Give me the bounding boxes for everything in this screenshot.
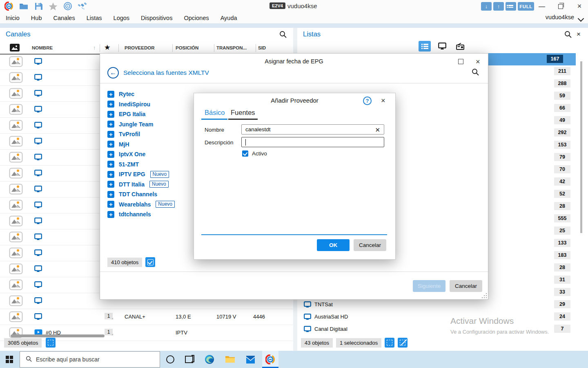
favorites-star-icon[interactable]	[48, 1, 58, 11]
move-up-button[interactable]: ↑	[493, 2, 504, 11]
deselect-all-button[interactable]	[398, 338, 408, 348]
select-all-button[interactable]	[385, 338, 394, 348]
add-source-button[interactable]: +	[107, 161, 114, 168]
xmltv-source-item[interactable]: + EPG Italia	[107, 109, 175, 119]
xmltv-source-item[interactable]: + InediSpirou	[107, 99, 175, 110]
add-source-button[interactable]: +	[107, 101, 114, 108]
maximize-icon[interactable]	[458, 59, 463, 64]
menu-canales[interactable]: Canales	[53, 15, 75, 21]
save-icon[interactable]	[33, 1, 43, 11]
select-all-button[interactable]	[46, 338, 56, 348]
minimize-button[interactable]: —	[536, 2, 548, 11]
restore-button[interactable]	[555, 2, 567, 11]
cancel-button[interactable]: Cancelar	[354, 239, 386, 251]
active-checkbox[interactable]	[242, 150, 248, 157]
add-source-button[interactable]: +	[107, 191, 114, 198]
taskbar-search-input[interactable]: Escribe aquí para buscar	[20, 351, 160, 368]
open-folder-icon[interactable]	[19, 1, 29, 11]
list-row[interactable]: TNTSat 29	[297, 298, 583, 311]
cortana-button[interactable]	[165, 354, 176, 365]
search-icon[interactable]	[472, 68, 479, 77]
task-view-button[interactable]	[184, 354, 194, 365]
column-posicion[interactable]: POSICIÓN	[176, 45, 198, 50]
file-explorer-button[interactable]	[225, 354, 235, 365]
add-source-button[interactable]: +	[107, 181, 114, 188]
favorite-column-icon[interactable]: ★	[105, 44, 110, 51]
menu-logos[interactable]: Logos	[114, 15, 130, 21]
radio-view-button[interactable]	[454, 41, 466, 52]
channel-row[interactable]: 1 CANAL+ 13,0 E 10719 V 4446	[0, 309, 293, 325]
monitor-icon	[34, 202, 42, 210]
menu-opciones[interactable]: Opciones	[184, 15, 209, 21]
search-icon[interactable]	[279, 31, 287, 40]
add-source-button[interactable]: +	[107, 131, 114, 138]
xmltv-source-item[interactable]: + IptvX One	[107, 149, 175, 159]
resize-grip[interactable]	[482, 293, 487, 298]
menu-ayuda[interactable]: Ayuda	[220, 15, 237, 21]
lists-count-badge: 43 objetos	[301, 338, 333, 348]
xmltv-source-item[interactable]: + Rytec	[107, 89, 175, 99]
name-field[interactable]: canalestdt ✕	[241, 124, 384, 135]
satellite-icon[interactable]	[78, 1, 87, 11]
profile-selector[interactable]: vuduo4kse	[546, 14, 574, 20]
add-source-button[interactable]: +	[107, 121, 114, 128]
add-source-button[interactable]: +	[107, 201, 114, 208]
vertical-scrollbar[interactable]	[580, 61, 582, 233]
menu-dispositivos[interactable]: Dispositivos	[141, 15, 172, 21]
xmltv-source-item[interactable]: + MjH	[107, 139, 175, 150]
close-icon[interactable]: ×	[381, 97, 385, 104]
tv-view-button[interactable]	[436, 41, 448, 52]
channel-editor-taskbar-button[interactable]	[262, 351, 278, 368]
bouquet-list-view-button[interactable]	[419, 41, 431, 52]
clear-input-icon[interactable]: ✕	[375, 126, 380, 134]
back-button[interactable]: ←	[107, 67, 119, 79]
menu-inicio[interactable]: Inicio	[6, 15, 20, 21]
xmltv-source-item[interactable]: + DTT Italia Nuevo	[107, 180, 175, 190]
close-panel-icon[interactable]: ×	[577, 31, 581, 38]
add-source-button[interactable]: +	[107, 151, 114, 158]
xmltv-source-item[interactable]: + Jungle Team	[107, 119, 175, 130]
sort-ascending-icon[interactable]: ↑	[93, 45, 96, 51]
search-icon[interactable]	[564, 31, 572, 40]
chevron-down-icon[interactable]	[578, 16, 584, 22]
xmltv-source-item[interactable]: + tdtchannels	[107, 209, 175, 220]
profile-type-badge: E2V4	[270, 2, 285, 9]
cancel-button[interactable]: Cancelar	[450, 280, 482, 292]
help-button[interactable]: ?	[363, 96, 372, 105]
close-icon[interactable]: ×	[476, 58, 480, 65]
xmltv-source-item[interactable]: + TvProfil	[107, 129, 175, 139]
horizontal-scrollbar[interactable]	[11, 334, 105, 337]
name-value: canalestdt	[245, 126, 271, 132]
image-placeholder-icon	[9, 247, 23, 260]
xmltv-source-item[interactable]: + 51-ZMT	[107, 159, 175, 170]
move-down-button[interactable]: ↓	[481, 2, 492, 11]
add-source-button[interactable]: +	[107, 141, 114, 148]
xmltv-source-item[interactable]: + Weareblahs Nuevo	[107, 200, 175, 210]
menu-listas[interactable]: Listas	[87, 15, 102, 21]
start-button[interactable]	[6, 356, 13, 363]
xmltv-source-item[interactable]: + IPTV EPG Nuevo	[107, 169, 175, 180]
edge-button[interactable]	[204, 354, 215, 365]
tab-basico[interactable]: Básico	[205, 109, 225, 117]
list-view-button[interactable]	[506, 2, 516, 11]
next-button[interactable]: Siguiente	[413, 280, 445, 292]
add-source-button[interactable]: +	[107, 211, 114, 218]
ok-button[interactable]: OK	[317, 239, 350, 251]
monitor-icon	[34, 58, 42, 67]
column-transponder[interactable]: TRANSPON...	[216, 45, 247, 50]
add-source-button[interactable]: +	[107, 111, 114, 118]
check-all-button[interactable]	[145, 257, 155, 267]
add-source-button[interactable]: +	[107, 91, 114, 98]
xmltv-source-item[interactable]: + TDT Channels	[107, 189, 175, 200]
target-icon[interactable]	[63, 1, 73, 11]
description-field[interactable]	[241, 137, 384, 147]
column-sid[interactable]: SID	[258, 45, 266, 50]
mail-button[interactable]	[245, 354, 256, 365]
close-button[interactable]: ×	[573, 2, 586, 11]
tab-fuentes[interactable]: Fuentes	[231, 109, 255, 117]
column-nombre[interactable]: NOMBRE	[32, 45, 53, 50]
menu-hub[interactable]: Hub	[31, 15, 42, 21]
column-proveedor[interactable]: PROVEEDOR	[125, 45, 155, 50]
full-button[interactable]: FULL	[518, 2, 534, 11]
add-source-button[interactable]: +	[107, 171, 114, 178]
